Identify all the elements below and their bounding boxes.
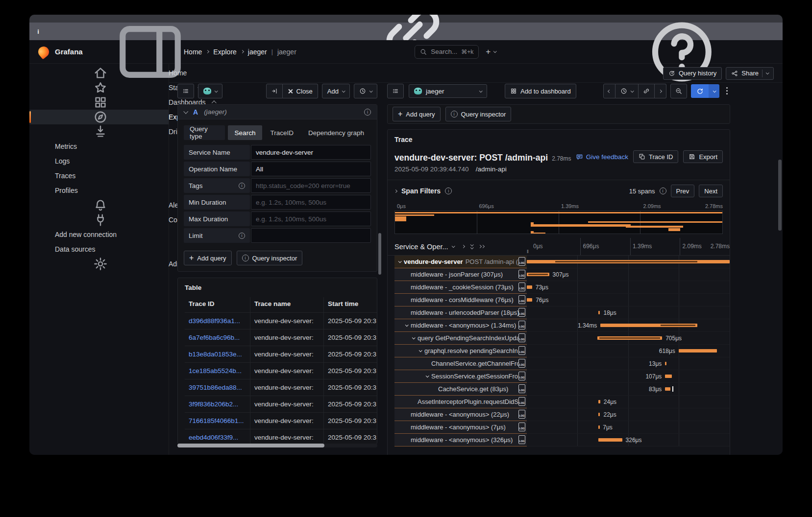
sidebar-item[interactable]: Starred bbox=[29, 80, 169, 95]
field-input[interactable]: vendure-dev-server bbox=[251, 145, 371, 160]
span-row[interactable]: AssetInterceptorPlugin.requestDidS 24μs bbox=[388, 396, 730, 408]
span-timeline-cell[interactable]: 307μs bbox=[527, 268, 730, 281]
log-icon[interactable] bbox=[518, 359, 525, 368]
span-timeline-cell[interactable]: 83μs bbox=[527, 383, 730, 396]
sidebar-item[interactable]: Administration bbox=[29, 257, 169, 271]
span-name-cell[interactable]: AssetInterceptorPlugin.requestDidS bbox=[394, 396, 527, 408]
horizontal-scrollbar[interactable] bbox=[177, 444, 377, 447]
span-timeline-cell[interactable]: 24μs bbox=[527, 396, 730, 408]
info-icon[interactable] bbox=[239, 233, 245, 239]
span-collapse-icon[interactable] bbox=[426, 374, 429, 377]
span-timeline-cell[interactable]: 18μs bbox=[527, 306, 730, 319]
field-input[interactable] bbox=[251, 228, 371, 243]
trace-id-link[interactable]: d396d88f936a1... bbox=[185, 313, 250, 329]
trace-id-link[interactable]: 39751b86eda88... bbox=[185, 379, 250, 396]
refresh-interval-dropdown[interactable] bbox=[709, 84, 719, 98]
span-bar[interactable] bbox=[527, 273, 549, 276]
time-forward-button[interactable] bbox=[655, 84, 666, 98]
log-icon[interactable] bbox=[518, 423, 525, 431]
span-row[interactable]: middleware - <anonymous> (7μs) 7μs bbox=[388, 421, 730, 434]
span-row[interactable]: ChannelService.getChannelFro 13μs bbox=[388, 357, 730, 370]
query-rows-button[interactable] bbox=[387, 84, 404, 98]
span-name-cell[interactable]: query GetPendingSearchIndexUpda bbox=[394, 332, 527, 345]
trace-id-link[interactable]: 1ce185ab5524b... bbox=[185, 363, 250, 379]
column-header-trace-id[interactable]: Trace ID bbox=[185, 297, 250, 312]
give-feedback-link[interactable]: Give feedback bbox=[576, 153, 628, 161]
add-dropdown-button[interactable]: Add bbox=[322, 84, 350, 98]
span-timeline-cell[interactable]: 76μs bbox=[527, 294, 730, 306]
span-row[interactable]: middleware - _cookieSession (73μs) 73μs bbox=[388, 281, 730, 294]
trace-id-link[interactable]: 7166185f4066b1... bbox=[185, 413, 250, 429]
left-pane-scrollbar-thumb[interactable] bbox=[378, 233, 381, 275]
search-input[interactable]: Search... ⌘+k bbox=[415, 45, 479, 59]
sidebar-item[interactable]: Profiles bbox=[29, 183, 169, 198]
column-resize-handle[interactable] bbox=[527, 249, 531, 254]
zoom-out-button[interactable] bbox=[670, 84, 687, 98]
info-icon[interactable] bbox=[364, 109, 371, 116]
trace-id-button[interactable]: Trace ID bbox=[633, 150, 678, 163]
span-row[interactable]: graphql.resolve pendingSearchIn 618μs bbox=[388, 345, 730, 357]
vertical-scrollbar[interactable] bbox=[778, 89, 782, 449]
breadcrumb-home[interactable]: Home bbox=[184, 48, 202, 56]
column-header-trace-name[interactable]: Trace name bbox=[250, 297, 323, 312]
add-query-button[interactable]: Add query bbox=[393, 107, 441, 121]
span-bar[interactable] bbox=[665, 362, 666, 365]
share-button[interactable]: Share bbox=[726, 67, 774, 80]
query-type-tab[interactable]: Dependency graph bbox=[301, 125, 371, 140]
log-icon[interactable] bbox=[518, 282, 525, 291]
query-type-tab[interactable]: TraceID bbox=[263, 125, 300, 140]
span-bar[interactable] bbox=[527, 298, 532, 302]
trace-minimap[interactable]: 0μs696μs1.39ms2.09ms2.78ms bbox=[394, 203, 723, 234]
breadcrumb-explore[interactable]: Explore bbox=[213, 48, 236, 56]
sidebar-item[interactable]: Dashboards bbox=[29, 95, 169, 110]
log-icon[interactable] bbox=[518, 435, 525, 444]
span-row[interactable]: CacheService.get (83μs) 83μs bbox=[388, 383, 730, 396]
span-name-cell[interactable]: vendure-dev-serverPOST /admin-api (2 bbox=[394, 256, 527, 268]
log-icon[interactable] bbox=[518, 321, 525, 329]
span-name-cell[interactable]: ChannelService.getChannelFro bbox=[394, 357, 527, 370]
span-name-cell[interactable]: CacheService.get (83μs) bbox=[394, 383, 527, 396]
span-name-cell[interactable]: graphql.resolve pendingSearchIn bbox=[394, 345, 527, 357]
span-name-cell[interactable]: middleware - _cookieSession (73μs) bbox=[394, 281, 527, 294]
span-bar[interactable] bbox=[665, 375, 672, 378]
span-row[interactable]: query GetPendingSearchIndexUpda 705μs bbox=[388, 332, 730, 345]
span-bar[interactable] bbox=[598, 400, 600, 403]
span-bar[interactable] bbox=[665, 387, 670, 391]
new-button[interactable] bbox=[486, 47, 496, 57]
span-name-cell[interactable]: middleware - <anonymous> (1.34ms) bbox=[394, 319, 527, 332]
scrollbar-thumb[interactable] bbox=[778, 160, 782, 231]
add-query-button[interactable]: Add query bbox=[184, 251, 232, 265]
time-picker-button[interactable] bbox=[354, 84, 377, 98]
span-row[interactable]: middleware - urlencodedParser (18μs) 18μ… bbox=[388, 306, 730, 319]
trace-id-link[interactable]: 6a7ef6ba6c96b... bbox=[185, 329, 250, 346]
expand-span-filters-icon[interactable] bbox=[394, 189, 397, 192]
span-timeline-cell[interactable]: 705μs bbox=[527, 332, 730, 345]
span-collapse-icon[interactable] bbox=[405, 323, 409, 327]
copy-time-link-button[interactable] bbox=[639, 84, 655, 98]
log-icon[interactable] bbox=[518, 257, 525, 266]
span-name-cell[interactable]: middleware - <anonymous> (7μs) bbox=[394, 421, 527, 434]
span-bar[interactable] bbox=[598, 425, 600, 429]
sidebar-item[interactable]: Explore bbox=[29, 110, 169, 124]
span-bar[interactable] bbox=[527, 285, 532, 289]
kebab-menu-icon[interactable] bbox=[723, 86, 730, 96]
span-bar[interactable] bbox=[527, 260, 730, 263]
add-to-dashboard-button[interactable]: Add to dashboard bbox=[505, 84, 576, 98]
sidebar-item[interactable]: Metrics bbox=[29, 139, 169, 154]
log-icon[interactable] bbox=[518, 333, 525, 342]
sidebar-item[interactable]: Add new connection bbox=[29, 227, 169, 242]
minimap-chart[interactable] bbox=[394, 211, 723, 234]
scrollbar-thumb[interactable] bbox=[177, 444, 324, 447]
log-icon[interactable] bbox=[518, 410, 525, 419]
span-bar[interactable] bbox=[598, 413, 600, 416]
query-type-tab[interactable]: Search bbox=[228, 125, 263, 140]
log-icon[interactable] bbox=[518, 270, 525, 279]
breadcrumb-page[interactable]: jaeger bbox=[248, 48, 267, 56]
span-name-cell[interactable]: SessionService.getSessionFro bbox=[394, 370, 527, 383]
log-icon[interactable] bbox=[518, 295, 525, 304]
span-row[interactable]: SessionService.getSessionFro 107μs bbox=[388, 370, 730, 383]
span-row[interactable]: middleware - corsMiddleware (76μs) 76μs bbox=[388, 294, 730, 306]
sidebar-item[interactable]: Logs bbox=[29, 154, 169, 168]
span-timeline-cell[interactable]: 618μs bbox=[527, 345, 730, 357]
run-query-button[interactable] bbox=[691, 84, 719, 98]
